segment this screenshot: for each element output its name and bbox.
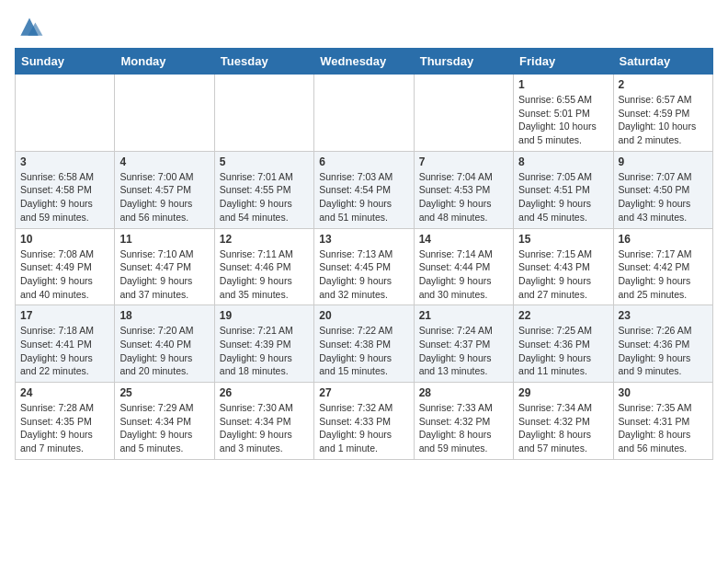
day-info: Sunrise: 7:13 AM Sunset: 4:45 PM Dayligh… bbox=[319, 247, 408, 302]
day-info: Sunrise: 7:24 AM Sunset: 4:37 PM Dayligh… bbox=[419, 324, 508, 378]
calendar-cell bbox=[414, 75, 513, 152]
col-header-thursday: Thursday bbox=[414, 49, 513, 75]
day-number: 20 bbox=[319, 309, 408, 322]
day-info: Sunrise: 7:11 AM Sunset: 4:46 PM Dayligh… bbox=[220, 247, 309, 302]
calendar-cell: 23Sunrise: 7:26 AM Sunset: 4:36 PM Dayli… bbox=[613, 305, 712, 383]
logo-icon bbox=[15, 15, 44, 40]
day-number: 19 bbox=[220, 309, 309, 322]
day-info: Sunrise: 7:07 AM Sunset: 4:50 PM Dayligh… bbox=[619, 170, 708, 224]
day-number: 8 bbox=[518, 155, 608, 168]
calendar-cell: 5Sunrise: 7:01 AM Sunset: 4:55 PM Daylig… bbox=[214, 151, 313, 228]
calendar-cell: 7Sunrise: 7:04 AM Sunset: 4:53 PM Daylig… bbox=[414, 151, 513, 228]
day-number: 9 bbox=[619, 155, 708, 168]
day-info: Sunrise: 7:10 AM Sunset: 4:47 PM Dayligh… bbox=[119, 247, 209, 302]
calendar-week-2: 3Sunrise: 6:58 AM Sunset: 4:58 PM Daylig… bbox=[16, 151, 713, 228]
col-header-sunday: Sunday bbox=[16, 49, 115, 75]
day-number: 14 bbox=[419, 233, 508, 246]
day-info: Sunrise: 7:32 AM Sunset: 4:33 PM Dayligh… bbox=[319, 401, 408, 455]
calendar-cell: 25Sunrise: 7:29 AM Sunset: 4:34 PM Dayli… bbox=[115, 383, 214, 460]
calendar-cell: 6Sunrise: 7:03 AM Sunset: 4:54 PM Daylig… bbox=[314, 151, 414, 228]
day-info: Sunrise: 7:26 AM Sunset: 4:36 PM Dayligh… bbox=[619, 324, 708, 378]
day-info: Sunrise: 7:01 AM Sunset: 4:55 PM Dayligh… bbox=[220, 170, 309, 224]
day-info: Sunrise: 7:00 AM Sunset: 4:57 PM Dayligh… bbox=[119, 170, 209, 224]
day-info: Sunrise: 7:25 AM Sunset: 4:36 PM Dayligh… bbox=[518, 324, 608, 378]
calendar-cell: 20Sunrise: 7:22 AM Sunset: 4:38 PM Dayli… bbox=[314, 305, 414, 383]
day-info: Sunrise: 7:33 AM Sunset: 4:32 PM Dayligh… bbox=[419, 401, 508, 455]
calendar-cell: 26Sunrise: 7:30 AM Sunset: 4:34 PM Dayli… bbox=[214, 383, 313, 460]
col-header-monday: Monday bbox=[115, 49, 214, 75]
calendar-week-5: 24Sunrise: 7:28 AM Sunset: 4:35 PM Dayli… bbox=[16, 383, 713, 460]
day-number: 29 bbox=[518, 386, 608, 399]
calendar-cell: 16Sunrise: 7:17 AM Sunset: 4:42 PM Dayli… bbox=[613, 228, 712, 305]
day-number: 5 bbox=[220, 155, 309, 168]
day-number: 25 bbox=[119, 386, 209, 399]
calendar-cell: 21Sunrise: 7:24 AM Sunset: 4:37 PM Dayli… bbox=[414, 305, 513, 383]
day-number: 3 bbox=[20, 155, 109, 168]
calendar-cell: 22Sunrise: 7:25 AM Sunset: 4:36 PM Dayli… bbox=[514, 305, 613, 383]
calendar-cell: 30Sunrise: 7:35 AM Sunset: 4:31 PM Dayli… bbox=[613, 383, 712, 460]
day-info: Sunrise: 6:55 AM Sunset: 5:01 PM Dayligh… bbox=[518, 93, 608, 147]
day-info: Sunrise: 7:21 AM Sunset: 4:39 PM Dayligh… bbox=[220, 324, 309, 378]
day-info: Sunrise: 7:14 AM Sunset: 4:44 PM Dayligh… bbox=[419, 247, 508, 302]
day-info: Sunrise: 7:29 AM Sunset: 4:34 PM Dayligh… bbox=[119, 401, 209, 455]
calendar-cell: 10Sunrise: 7:08 AM Sunset: 4:49 PM Dayli… bbox=[16, 228, 115, 305]
day-number: 1 bbox=[518, 78, 608, 91]
calendar-cell: 9Sunrise: 7:07 AM Sunset: 4:50 PM Daylig… bbox=[613, 151, 712, 228]
calendar-cell: 13Sunrise: 7:13 AM Sunset: 4:45 PM Dayli… bbox=[314, 228, 414, 305]
day-number: 22 bbox=[518, 309, 608, 322]
calendar-header-row: SundayMondayTuesdayWednesdayThursdayFrid… bbox=[16, 49, 713, 75]
day-info: Sunrise: 7:15 AM Sunset: 4:43 PM Dayligh… bbox=[518, 247, 608, 302]
day-info: Sunrise: 7:35 AM Sunset: 4:31 PM Dayligh… bbox=[619, 401, 708, 455]
day-info: Sunrise: 7:20 AM Sunset: 4:40 PM Dayligh… bbox=[119, 324, 209, 378]
day-info: Sunrise: 7:05 AM Sunset: 4:51 PM Dayligh… bbox=[518, 170, 608, 224]
day-info: Sunrise: 7:08 AM Sunset: 4:49 PM Dayligh… bbox=[20, 247, 109, 302]
day-info: Sunrise: 7:22 AM Sunset: 4:38 PM Dayligh… bbox=[319, 324, 408, 378]
day-number: 7 bbox=[419, 155, 508, 168]
calendar-cell: 24Sunrise: 7:28 AM Sunset: 4:35 PM Dayli… bbox=[16, 383, 115, 460]
day-info: Sunrise: 7:28 AM Sunset: 4:35 PM Dayligh… bbox=[20, 401, 109, 455]
col-header-friday: Friday bbox=[514, 49, 613, 75]
day-number: 6 bbox=[319, 155, 408, 168]
day-number: 28 bbox=[419, 386, 508, 399]
calendar-week-4: 17Sunrise: 7:18 AM Sunset: 4:41 PM Dayli… bbox=[16, 305, 713, 383]
calendar-cell: 19Sunrise: 7:21 AM Sunset: 4:39 PM Dayli… bbox=[214, 305, 313, 383]
calendar-cell: 12Sunrise: 7:11 AM Sunset: 4:46 PM Dayli… bbox=[214, 228, 313, 305]
calendar-table: SundayMondayTuesdayWednesdayThursdayFrid… bbox=[15, 48, 713, 460]
calendar-cell bbox=[16, 75, 115, 152]
calendar-cell: 2Sunrise: 6:57 AM Sunset: 4:59 PM Daylig… bbox=[613, 75, 712, 152]
day-number: 12 bbox=[220, 233, 309, 246]
day-number: 18 bbox=[119, 309, 209, 322]
calendar-cell: 14Sunrise: 7:14 AM Sunset: 4:44 PM Dayli… bbox=[414, 228, 513, 305]
calendar-cell: 18Sunrise: 7:20 AM Sunset: 4:40 PM Dayli… bbox=[115, 305, 214, 383]
day-number: 10 bbox=[20, 233, 109, 246]
calendar-cell: 3Sunrise: 6:58 AM Sunset: 4:58 PM Daylig… bbox=[16, 151, 115, 228]
day-info: Sunrise: 6:57 AM Sunset: 4:59 PM Dayligh… bbox=[619, 93, 708, 147]
day-number: 2 bbox=[619, 78, 708, 91]
calendar-cell bbox=[214, 75, 313, 152]
day-number: 17 bbox=[20, 309, 109, 322]
calendar-week-3: 10Sunrise: 7:08 AM Sunset: 4:49 PM Dayli… bbox=[16, 228, 713, 305]
calendar-cell: 17Sunrise: 7:18 AM Sunset: 4:41 PM Dayli… bbox=[16, 305, 115, 383]
day-number: 24 bbox=[20, 386, 109, 399]
header bbox=[15, 15, 713, 40]
calendar-cell: 29Sunrise: 7:34 AM Sunset: 4:32 PM Dayli… bbox=[514, 383, 613, 460]
calendar-cell: 11Sunrise: 7:10 AM Sunset: 4:47 PM Dayli… bbox=[115, 228, 214, 305]
logo bbox=[15, 15, 48, 40]
day-number: 16 bbox=[619, 233, 708, 246]
col-header-saturday: Saturday bbox=[613, 49, 712, 75]
calendar-cell: 4Sunrise: 7:00 AM Sunset: 4:57 PM Daylig… bbox=[115, 151, 214, 228]
calendar-cell: 1Sunrise: 6:55 AM Sunset: 5:01 PM Daylig… bbox=[514, 75, 613, 152]
col-header-tuesday: Tuesday bbox=[214, 49, 313, 75]
day-info: Sunrise: 6:58 AM Sunset: 4:58 PM Dayligh… bbox=[20, 170, 109, 224]
day-info: Sunrise: 7:18 AM Sunset: 4:41 PM Dayligh… bbox=[20, 324, 109, 378]
day-number: 11 bbox=[119, 233, 209, 246]
calendar-cell: 15Sunrise: 7:15 AM Sunset: 4:43 PM Dayli… bbox=[514, 228, 613, 305]
day-number: 26 bbox=[220, 386, 309, 399]
day-number: 4 bbox=[119, 155, 209, 168]
calendar-cell: 8Sunrise: 7:05 AM Sunset: 4:51 PM Daylig… bbox=[514, 151, 613, 228]
day-number: 21 bbox=[419, 309, 508, 322]
day-number: 13 bbox=[319, 233, 408, 246]
day-number: 27 bbox=[319, 386, 408, 399]
day-number: 15 bbox=[518, 233, 608, 246]
calendar-cell: 27Sunrise: 7:32 AM Sunset: 4:33 PM Dayli… bbox=[314, 383, 414, 460]
